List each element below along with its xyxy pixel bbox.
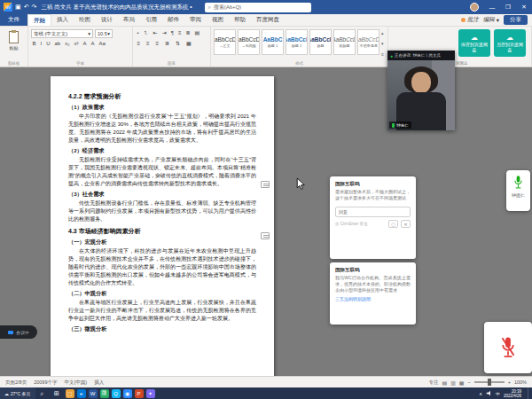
font-tool-icon-0[interactable]: B (31, 40, 37, 48)
style-item-4[interactable]: AaBbCcD标题 (309, 29, 332, 55)
document-page[interactable]: 4.2.2 需求预测分析（1）政策需求中共印发的《无损检测仪器行业发展“十三五”… (51, 76, 274, 376)
taskbar-app-meeting[interactable]: ◉ (123, 389, 132, 398)
ribbon-tab-7[interactable]: 审阅 (184, 14, 207, 26)
font-size-select[interactable]: 10.5▾ (95, 29, 113, 38)
comment-reply-input[interactable] (335, 207, 411, 217)
ribbon-tab-1[interactable]: 插入 (51, 14, 74, 26)
share-button[interactable]: 分享 (504, 15, 528, 25)
meeting-video-panel[interactable]: ● 正在讲话: 钟德仁丨尚文兵 钟德仁 (387, 51, 455, 130)
font-tool-icon-4[interactable]: x₂ (64, 40, 71, 48)
zoom-slider-thumb[interactable] (488, 379, 491, 386)
ribbon-tab-10[interactable]: 百度网盘 (251, 14, 285, 26)
paragraph-tool-icon-5[interactable]: ≡ (176, 29, 183, 37)
taskbar-search-button[interactable]: ⌕ (35, 387, 50, 399)
ribbon-tab-0[interactable]: 开始 (27, 14, 51, 26)
taskbar-app-wechat[interactable]: 微 (100, 389, 109, 398)
taskbar-app-edge[interactable]: e (77, 389, 86, 398)
task-view-button[interactable]: ⊞ (50, 387, 64, 399)
style-item-0[interactable]: AaBbCcDc→正文 (214, 29, 236, 55)
shading-icon[interactable]: ▦ (185, 40, 193, 48)
taskbar-app-word[interactable]: W (89, 389, 98, 398)
ribbon-tab-5[interactable]: 引用 (140, 14, 162, 26)
meeting-float-bar[interactable]: 会议中 (0, 325, 37, 339)
font-tool-icon-2[interactable]: U (45, 40, 51, 48)
comment-link[interactable]: 三五法则特别说明 (335, 296, 411, 301)
font-name-select[interactable]: 等线 (中文正文)▾ (31, 29, 93, 38)
comments-button[interactable]: 批注 (461, 16, 479, 24)
align-center-icon[interactable]: ≡ (145, 40, 152, 48)
taskbar-app-ppt[interactable]: P (135, 389, 144, 398)
send-reply-button[interactable]: ▢ (388, 220, 398, 228)
comment-icon[interactable] (261, 232, 270, 239)
save-as-to-baidu-button[interactable]: ☁ 另存到百度网盘 (494, 29, 526, 57)
user-avatar[interactable] (470, 3, 479, 12)
read-mode-button[interactable]: ▤ (442, 379, 447, 386)
style-item-3[interactable]: AaBbCcE标题 2 (286, 29, 308, 55)
web-layout-button[interactable]: ▦ (459, 379, 465, 386)
mic-muted-panel[interactable] (484, 322, 532, 373)
tab-file[interactable]: 文件 (0, 14, 27, 26)
paragraph-tool-icon-6[interactable]: ≣ (184, 29, 192, 37)
paragraph-tool-icon-4[interactable]: ¶ (169, 29, 175, 37)
status-item-3[interactable]: 插入 (94, 379, 104, 386)
zoom-out-button[interactable]: − (467, 379, 470, 385)
align-right-icon[interactable]: ≡ (154, 40, 160, 48)
style-item-6[interactable]: AaBbCcDc不明显强调 (357, 29, 379, 55)
paste-button[interactable]: 粘贴 (9, 29, 19, 51)
print-layout-button[interactable]: ▥ (450, 379, 456, 386)
taskbar-app-image-tool[interactable]: ✦ (146, 389, 155, 398)
search-box[interactable]: ⌕ 搜索(Alt+Q) (205, 3, 311, 12)
taskbar-clock[interactable]: 20:39 2022/4/26 (504, 389, 524, 398)
status-item-2[interactable]: 中文(中国) (64, 379, 87, 386)
volume-icon[interactable] (486, 390, 492, 396)
ribbon-tab-3[interactable]: 设计 (96, 14, 118, 26)
ribbon-tab-6[interactable]: 邮件 (162, 14, 184, 26)
font-tool-icon-6[interactable]: A (82, 40, 88, 48)
floating-mic-widget[interactable]: 钟德仁 (506, 170, 530, 211)
focus-mode-button[interactable]: 专注 (428, 379, 438, 386)
close-button[interactable]: ✕ (516, 0, 532, 14)
paragraph-tool-icon-1[interactable]: ⒈ (142, 29, 150, 37)
style-item-1[interactable]: AaBbCcDc→无间隔 (238, 29, 260, 55)
line-spacing-icon[interactable]: ⇅ (175, 40, 182, 48)
paragraph-tool-icon-3[interactable]: ⇥ (160, 29, 168, 37)
font-tool-icon-5[interactable]: x² (73, 40, 80, 48)
undo-button[interactable]: ↶ (24, 4, 29, 11)
ime-indicator[interactable]: 中 (496, 391, 500, 396)
word-app-icon[interactable]: W (4, 3, 12, 12)
show-desktop-button[interactable] (528, 387, 530, 399)
gallery-more-icon[interactable]: ≡ (381, 51, 384, 57)
save-button[interactable]: ▣ (15, 4, 21, 11)
paragraph-tool-icon-0[interactable]: • (136, 29, 140, 37)
maximize-button[interactable]: ❐ (500, 0, 516, 14)
minimize-button[interactable]: — (484, 0, 500, 14)
zoom-level[interactable]: 100% (514, 379, 527, 385)
tray-chevron-icon[interactable]: ∧ (479, 391, 482, 396)
editing-mode-menu[interactable]: 编辑▾ (483, 16, 499, 24)
style-item-2[interactable]: AaBbC标题 1 (262, 29, 284, 55)
save-to-baidu-button[interactable]: ☁ 保存到百度网盘 (458, 29, 490, 57)
comment-icon[interactable] (261, 181, 270, 188)
ribbon-tab-9[interactable]: 帮助 (229, 14, 251, 26)
align-left-icon[interactable]: ≡ (136, 40, 142, 48)
zoom-slider[interactable] (474, 381, 505, 383)
redo-button[interactable]: ↷ (32, 4, 37, 11)
font-tool-icon-3[interactable]: ab (53, 40, 62, 48)
ribbon-tab-4[interactable]: 布局 (118, 14, 140, 26)
justify-icon[interactable]: ≣ (164, 40, 171, 48)
status-item-0[interactable]: 页面2/8页 (5, 379, 27, 386)
taskbar-app-qq[interactable]: Q (112, 389, 121, 398)
status-item-1[interactable]: 20099个字 (34, 379, 57, 386)
gallery-down-icon[interactable]: ▾ (381, 41, 384, 46)
font-tool-icon-1[interactable]: I (39, 40, 43, 48)
taskbar-app-file-explorer[interactable]: ▢ (66, 389, 74, 398)
paragraph-tool-icon-7[interactable]: ▤ (193, 29, 201, 37)
zoom-in-button[interactable]: + (508, 379, 511, 385)
font-tool-icon-8[interactable]: Aa (98, 40, 106, 48)
close-comment-button[interactable]: ✕ (401, 220, 411, 228)
taskbar-weather[interactable]: ☁ 27°C 多云 (0, 387, 35, 399)
style-item-5[interactable]: AaBbCcD副标题 (333, 29, 356, 55)
paragraph-tool-icon-2[interactable]: ⇤ (152, 29, 159, 37)
ribbon-tab-2[interactable]: 绘图 (74, 14, 96, 26)
font-tool-icon-7[interactable]: A (90, 40, 96, 48)
